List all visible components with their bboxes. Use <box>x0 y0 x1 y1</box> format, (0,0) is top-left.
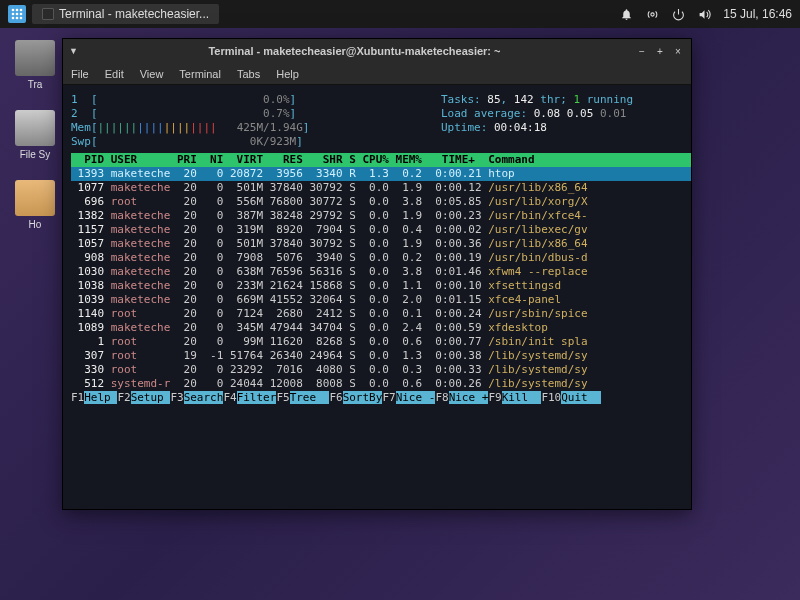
home-label: Ho <box>29 219 42 230</box>
menu-file[interactable]: File <box>71 68 89 80</box>
minimize-button[interactable]: − <box>635 44 649 58</box>
process-row[interactable]: 1393 maketeche 20 0 20872 3956 3340 R 1.… <box>71 167 691 181</box>
filesystem-label: File Sy <box>20 149 51 160</box>
taskbar-app-terminal[interactable]: Terminal - maketecheasier... <box>32 4 219 24</box>
menu-view[interactable]: View <box>140 68 164 80</box>
svg-point-8 <box>20 17 23 20</box>
desktop-home[interactable]: Ho <box>10 180 60 230</box>
process-row[interactable]: 1089 maketeche 20 0 345M 47944 34704 S 0… <box>71 321 691 335</box>
terminal-body[interactable]: 1 [ 0.0%] 2 [ 0.7%] Mem[||||||||||||||||… <box>63 85 691 509</box>
menu-edit[interactable]: Edit <box>105 68 124 80</box>
process-row[interactable]: 696 root 20 0 556M 76800 30772 S 0.0 3.8… <box>71 195 691 209</box>
svg-point-6 <box>12 17 15 20</box>
volume-icon[interactable] <box>697 7 711 21</box>
clock[interactable]: 15 Jul, 16:46 <box>723 7 792 21</box>
svg-point-5 <box>20 13 23 16</box>
svg-point-0 <box>12 9 15 12</box>
process-row[interactable]: 307 root 19 -1 51764 26340 24964 S 0.0 1… <box>71 349 691 363</box>
svg-point-2 <box>20 9 23 12</box>
terminal-window: ▼ Terminal - maketecheasier@Xubuntu-make… <box>62 38 692 510</box>
process-row[interactable]: 1077 maketeche 20 0 501M 37840 30792 S 0… <box>71 181 691 195</box>
process-row[interactable]: 1157 maketeche 20 0 319M 8920 7904 S 0.0… <box>71 223 691 237</box>
menu-help[interactable]: Help <box>276 68 299 80</box>
htop-header: PID USER PRI NI VIRT RES SHR S CPU% MEM%… <box>71 153 691 167</box>
desktop-trash[interactable]: Tra <box>10 40 60 90</box>
folder-icon <box>15 180 55 216</box>
process-row[interactable]: 1 root 20 0 99M 11620 8268 S 0.0 0.6 0:0… <box>71 335 691 349</box>
htop-stats: Tasks: 85, 142 thr; 1 running Load avera… <box>441 93 633 135</box>
window-title: Terminal - maketecheasier@Xubuntu-makete… <box>78 45 631 57</box>
taskbar-left: Terminal - maketecheasier... <box>8 4 219 24</box>
desktop-filesystem[interactable]: File Sy <box>10 110 60 160</box>
process-row[interactable]: 1140 root 20 0 7124 2680 2412 S 0.0 0.1 … <box>71 307 691 321</box>
svg-point-3 <box>12 13 15 16</box>
close-button[interactable]: × <box>671 44 685 58</box>
menubar: File Edit View Terminal Tabs Help <box>63 63 691 85</box>
svg-point-7 <box>16 17 19 20</box>
process-row[interactable]: 512 systemd-r 20 0 24044 12008 8008 S 0.… <box>71 377 691 391</box>
svg-point-9 <box>651 12 654 15</box>
power-icon[interactable] <box>671 7 685 21</box>
svg-point-4 <box>16 13 19 16</box>
process-row[interactable]: 1038 maketeche 20 0 233M 21624 15868 S 0… <box>71 279 691 293</box>
process-row[interactable]: 330 root 20 0 23292 7016 4080 S 0.0 0.3 … <box>71 363 691 377</box>
window-titlebar[interactable]: ▼ Terminal - maketecheasier@Xubuntu-make… <box>63 39 691 63</box>
process-row[interactable]: 908 maketeche 20 0 7908 5076 3940 S 0.0 … <box>71 251 691 265</box>
terminal-icon <box>42 8 54 20</box>
process-row[interactable]: 1039 maketeche 20 0 669M 41552 32064 S 0… <box>71 293 691 307</box>
drive-icon <box>15 110 55 146</box>
process-row[interactable]: 1057 maketeche 20 0 501M 37840 30792 S 0… <box>71 237 691 251</box>
taskbar-app-label: Terminal - maketecheasier... <box>59 7 209 21</box>
menu-tabs[interactable]: Tabs <box>237 68 260 80</box>
trash-icon <box>15 40 55 76</box>
process-list: 1393 maketeche 20 0 20872 3956 3340 R 1.… <box>71 167 691 391</box>
menu-terminal[interactable]: Terminal <box>179 68 221 80</box>
top-taskbar: Terminal - maketecheasier... 15 Jul, 16:… <box>0 0 800 28</box>
maximize-button[interactable]: + <box>653 44 667 58</box>
desktop-icons: Tra File Sy Ho <box>10 40 60 230</box>
process-row[interactable]: 1030 maketeche 20 0 638M 76596 56316 S 0… <box>71 265 691 279</box>
trash-label: Tra <box>28 79 43 90</box>
window-menu-icon[interactable]: ▼ <box>69 46 78 56</box>
svg-point-1 <box>16 9 19 12</box>
apps-menu-icon[interactable] <box>8 5 26 23</box>
notification-icon[interactable] <box>619 7 633 21</box>
htop-fnkeys: F1Help F2Setup F3SearchF4FilterF5Tree F6… <box>71 391 691 405</box>
network-icon[interactable] <box>645 7 659 21</box>
taskbar-right: 15 Jul, 16:46 <box>619 7 792 21</box>
process-row[interactable]: 1382 maketeche 20 0 387M 38248 29792 S 0… <box>71 209 691 223</box>
